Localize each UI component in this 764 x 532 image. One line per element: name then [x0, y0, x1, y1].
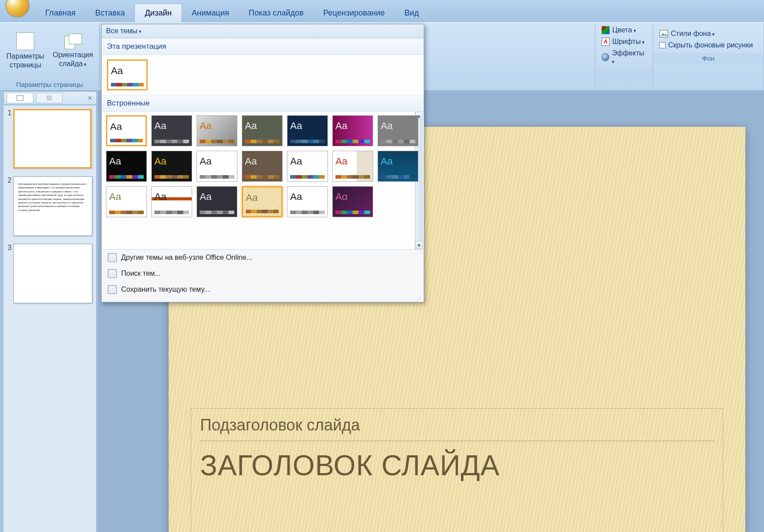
fonts-icon: A [602, 38, 610, 46]
page-setup-label: Параметры страницы [7, 52, 44, 69]
close-panel-icon[interactable]: ✕ [87, 94, 93, 102]
subtitle-text[interactable]: Подзаголовок слайда [200, 416, 360, 434]
online-icon [108, 253, 117, 262]
background-styles-button[interactable]: Стили фона [658, 29, 759, 39]
svg-rect-1 [17, 95, 23, 101]
scroll-down-icon[interactable]: ▼ [415, 241, 423, 249]
slide-number: 3 [5, 244, 13, 303]
effects-icon [602, 53, 609, 61]
fonts-label: Шрифты [612, 38, 645, 46]
outline-tab[interactable] [36, 93, 63, 103]
slides-tab-icon [16, 95, 24, 101]
theme-item[interactable]: Aa [287, 151, 328, 182]
tab-view[interactable]: Вид [394, 4, 429, 22]
section-this-presentation: Эта презентация [102, 38, 424, 55]
theme-item[interactable]: Aa [151, 151, 192, 182]
theme-item[interactable]: Aa [378, 115, 418, 146]
tab-home[interactable]: Главная [35, 4, 86, 22]
theme-item[interactable]: Aα [332, 186, 373, 217]
slide-thumb-1[interactable]: 1 [5, 109, 95, 168]
color-strip [111, 83, 144, 86]
slide-number: 1 [5, 109, 13, 168]
theme-current[interactable]: Aa [107, 59, 148, 90]
colors-icon [602, 26, 610, 34]
group-label-background: Фон [653, 53, 764, 64]
slide-orientation-button[interactable]: Ориентация слайда [50, 31, 96, 70]
effects-label: Эффекты [612, 49, 646, 65]
gallery-all-themes-header[interactable]: Все темы [102, 24, 424, 38]
group-label-page-setup: Параметры страницы [0, 79, 99, 90]
slide-preview [13, 244, 92, 303]
theme-item[interactable]: Aa [332, 115, 373, 146]
builtin-themes-grid: ▲ ▼ Aa Aa Aa Aa Aa Aa Aa Aa Aa Aa Aa Aa … [102, 112, 424, 249]
section-builtin: Встроенные [102, 95, 424, 112]
tab-insert[interactable]: Вставка [86, 4, 135, 22]
svg-rect-0 [660, 30, 668, 37]
fonts-button[interactable]: A Шрифты [600, 37, 648, 47]
effects-button[interactable]: Эффекты [600, 48, 648, 66]
group-variants: Цвета A Шрифты Эффекты [595, 23, 653, 90]
search-themes[interactable]: Поиск тем... [102, 266, 424, 282]
hide-background-checkbox[interactable]: Скрыть фоновые рисунки [658, 40, 759, 50]
themes-gallery-dropdown: Все темы Эта презентация Aa Встроенные ▲… [101, 24, 424, 302]
theme-item[interactable]: Aa [197, 115, 237, 146]
resize-grip-icon[interactable]: ⋰ [102, 297, 424, 302]
slide-thumb-3[interactable]: 3 [5, 244, 95, 303]
hide-background-label: Скрыть фоновые рисунки [668, 41, 753, 49]
tab-slideshow[interactable]: Показ слайдов [239, 4, 313, 22]
theme-item-hovered[interactable]: Aa [242, 186, 283, 217]
outline-tab-icon [46, 95, 53, 101]
background-styles-label: Стили фона [671, 30, 715, 38]
gallery-footer: Другие темы на веб-узле Office Online...… [102, 249, 424, 302]
title-placeholder[interactable]: Подзаголовок слайда ЗАГОЛОВОК СЛАЙДА [191, 408, 723, 532]
theme-item[interactable]: Aa [106, 151, 147, 182]
slide-number: 2 [5, 176, 13, 236]
more-themes-online[interactable]: Другие темы на веб-узле Office Online... [102, 250, 424, 266]
colors-label: Цвета [612, 26, 636, 34]
theme-item[interactable]: Aa [197, 186, 237, 217]
slide-preview [13, 109, 91, 168]
theme-item[interactable]: Aa [242, 151, 283, 182]
theme-item[interactable]: Aa [332, 151, 373, 182]
theme-item[interactable]: Aa [151, 115, 192, 146]
tab-review[interactable]: Рецензирование [313, 4, 394, 22]
background-styles-icon [659, 30, 668, 38]
slide-preview: Исследователи проблем среднего профессио… [13, 176, 92, 236]
theme-item[interactable]: Aa [378, 151, 418, 182]
slide-thumb-2[interactable]: 2 Исследователи проблем среднего професс… [5, 176, 95, 236]
theme-item[interactable]: Aa [242, 115, 283, 146]
group-label-variants [595, 69, 653, 80]
slides-tab[interactable] [7, 93, 33, 103]
group-page-setup: Параметры страницы Ориентация слайда Пар… [0, 23, 100, 90]
theme-office[interactable]: Aa [106, 115, 147, 146]
orientation-label: Ориентация слайда [53, 51, 93, 67]
page-setup-icon [16, 32, 34, 50]
theme-item[interactable]: Aa [287, 186, 328, 217]
checkbox-icon [659, 42, 666, 48]
theme-item[interactable]: Aa [106, 186, 147, 217]
tab-animation[interactable]: Анимация [182, 4, 239, 22]
orientation-icon [64, 34, 81, 51]
save-current-theme[interactable]: Сохранить текущую тему... [102, 282, 424, 297]
theme-item[interactable]: Aa [151, 186, 192, 217]
theme-item[interactable]: Aa [197, 151, 237, 182]
slide-panel-tabs: ✕ [4, 91, 97, 105]
slide-thumbnails-panel[interactable]: 1 2 Исследователи проблем среднего профе… [4, 106, 97, 532]
tab-design[interactable]: Дизайн [134, 4, 182, 22]
group-background: Стили фона Скрыть фоновые рисунки Фон [653, 23, 764, 90]
colors-button[interactable]: Цвета [600, 25, 648, 35]
title-text[interactable]: ЗАГОЛОВОК СЛАЙДА [200, 449, 714, 482]
page-setup-button[interactable]: Параметры страницы [4, 30, 47, 71]
ribbon-tabs: Главная Вставка Дизайн Анимация Показ сл… [0, 0, 764, 22]
theme-item[interactable]: Aa [287, 115, 328, 146]
slide-2-text: Исследователи проблем среднего профессио… [18, 182, 87, 212]
save-icon [108, 285, 117, 294]
search-icon [108, 269, 117, 278]
